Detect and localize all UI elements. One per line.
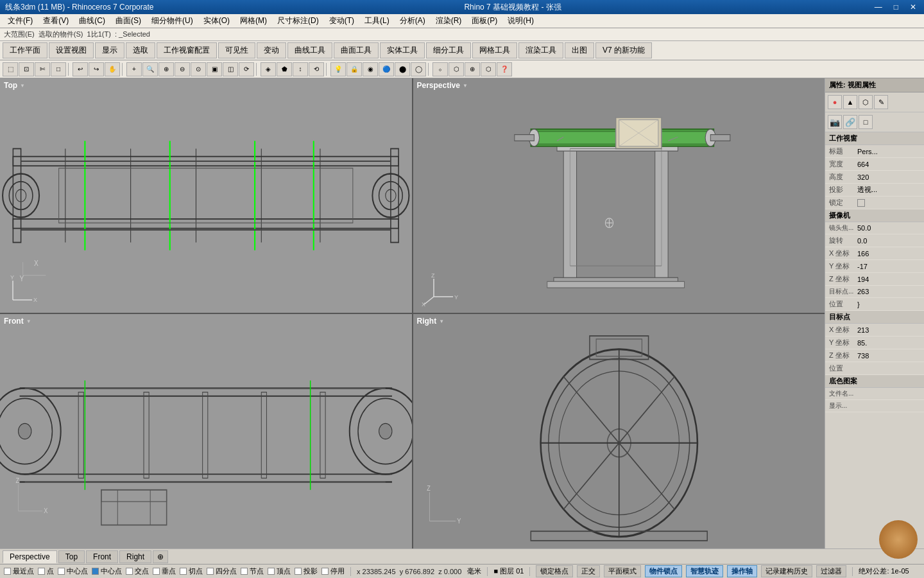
tab-workplane[interactable]: 工作平面	[3, 42, 47, 58]
menu-panel[interactable]: 面板(P)	[466, 14, 502, 28]
tab-curve-tools[interactable]: 曲线工具	[287, 42, 332, 58]
cb-point[interactable]	[38, 568, 45, 575]
cb-disable[interactable]	[321, 568, 329, 575]
tool-icon-1[interactable]: ⬚	[3, 62, 18, 76]
tool-icon-29[interactable]: ⬡	[481, 62, 496, 76]
tab-select[interactable]: 选取	[126, 42, 155, 58]
tab-transform[interactable]: 变动	[257, 42, 286, 58]
tab-top[interactable]: Top	[58, 550, 85, 563]
rp-icon-edit[interactable]: ✎	[874, 95, 888, 109]
menu-tools[interactable]: 工具(L)	[359, 14, 395, 28]
tab-perspective[interactable]: Perspective	[3, 550, 57, 563]
tab-display[interactable]: 显示	[95, 42, 124, 58]
menu-subd[interactable]: 细分物件(U)	[146, 14, 198, 28]
tab-solid-tools[interactable]: 实体工具	[380, 42, 425, 58]
cb-vertex[interactable]	[268, 568, 275, 575]
tool-icon-24[interactable]: ⬤	[395, 62, 410, 76]
tab-right[interactable]: Right	[119, 550, 151, 563]
tab-render-tools[interactable]: 渲染工具	[518, 42, 563, 58]
cb-nearest[interactable]	[4, 568, 11, 575]
tool-icon-20[interactable]: 💡	[330, 62, 346, 76]
menu-view[interactable]: 查看(V)	[38, 14, 74, 28]
viewport-perspective[interactable]: Perspective ▼	[413, 78, 825, 313]
rp-icon-square[interactable]: □	[859, 115, 873, 129]
tool-icon-11[interactable]: ⊖	[175, 62, 190, 76]
menu-transform[interactable]: 变动(T)	[324, 14, 359, 28]
tab-output[interactable]: 出图	[565, 42, 594, 58]
tool-icon-28[interactable]: ⊕	[465, 62, 480, 76]
tab-front[interactable]: Front	[86, 550, 118, 563]
cb-project[interactable]	[295, 568, 302, 575]
cb-midpoint[interactable]	[58, 568, 65, 575]
tab-mesh-tools[interactable]: 网格工具	[472, 42, 517, 58]
tab-setview[interactable]: 设置视图	[49, 42, 94, 58]
tool-icon-2[interactable]: ⊡	[19, 62, 34, 76]
svg-text:Z: Z	[427, 484, 431, 492]
tool-icon-4[interactable]: □	[51, 62, 66, 76]
btn-ortho[interactable]: 正交	[577, 565, 600, 577]
minimize-button[interactable]: —	[872, 3, 885, 12]
tool-icon-22[interactable]: ◉	[363, 62, 378, 76]
tab-subd-tools[interactable]: 细分工具	[426, 42, 471, 58]
viewport-top[interactable]: Top ▼	[0, 78, 412, 313]
tool-icon-26[interactable]: ⬦	[432, 62, 448, 76]
btn-planar[interactable]: 平面模式	[604, 565, 641, 577]
btn-smarttrack[interactable]: 智慧轨迹	[686, 565, 723, 577]
tool-icon-7[interactable]: ✋	[105, 62, 120, 76]
rp-checkbox-lock[interactable]	[857, 199, 865, 207]
rp-icon-camera[interactable]: 📷	[828, 115, 842, 129]
tool-icon-19[interactable]: ⟲	[309, 62, 324, 76]
rp-icon-hex[interactable]: ⬡	[859, 95, 873, 109]
tool-icon-3[interactable]: ✄	[35, 62, 50, 76]
tool-icon-21[interactable]: 🔒	[346, 62, 362, 76]
cb-perp[interactable]	[153, 568, 160, 575]
tool-icon-18[interactable]: ↕	[293, 62, 308, 76]
cb-intersect[interactable]	[126, 568, 133, 575]
tool-icon-8[interactable]: +	[126, 62, 142, 76]
menu-render[interactable]: 渲染(R)	[431, 14, 467, 28]
tool-icon-10[interactable]: ⊕	[158, 62, 174, 76]
cb-quad[interactable]	[207, 568, 214, 575]
btn-filter[interactable]: 过滤器	[816, 565, 846, 577]
viewport-right[interactable]: Right ▼	[413, 314, 825, 548]
tool-icon-9[interactable]: 🔍	[142, 62, 158, 76]
menu-solid[interactable]: 实体(O)	[198, 14, 235, 28]
tool-icon-15[interactable]: ⟳	[239, 62, 254, 76]
btn-gumball[interactable]: 操作轴	[727, 565, 757, 577]
tool-icon-25[interactable]: ◯	[411, 62, 426, 76]
menu-analysis[interactable]: 分析(A)	[395, 14, 431, 28]
btn-history[interactable]: 记录建构历史	[761, 565, 812, 577]
tab-viewport-config[interactable]: 工作视窗配置	[157, 42, 217, 58]
tool-icon-23[interactable]: 🔵	[379, 62, 394, 76]
maximize-button[interactable]: □	[891, 3, 901, 12]
menu-dim[interactable]: 尺寸标注(D)	[272, 14, 324, 28]
menu-file[interactable]: 文件(F)	[3, 14, 38, 28]
tool-icon-30[interactable]: ❓	[497, 62, 512, 76]
rp-icon-color[interactable]: ●	[828, 95, 842, 109]
tab-v7-new[interactable]: V7 的新功能	[595, 42, 652, 58]
rp-icon-link[interactable]: 🔗	[843, 115, 857, 129]
close-button[interactable]: ✕	[907, 3, 919, 12]
tool-icon-16[interactable]: ◈	[261, 62, 276, 76]
tool-icon-12[interactable]: ⊙	[191, 62, 206, 76]
btn-osnap[interactable]: 物件锁点	[645, 565, 682, 577]
tool-icon-14[interactable]: ◫	[223, 62, 238, 76]
rp-icon-object[interactable]: ▲	[843, 95, 857, 109]
btn-grid-lock[interactable]: 锁定格点	[536, 565, 573, 577]
tab-visibility[interactable]: 可见性	[218, 42, 255, 58]
menu-help[interactable]: 说明(H)	[502, 14, 539, 28]
tool-icon-27[interactable]: ⬡	[449, 62, 464, 76]
tool-icon-17[interactable]: ⬟	[277, 62, 292, 76]
viewport-front[interactable]: Front ▼	[0, 314, 412, 548]
cb-tan[interactable]	[180, 568, 187, 575]
tab-surface-tools[interactable]: 曲面工具	[334, 42, 379, 58]
menu-curve[interactable]: 曲线(C)	[74, 14, 110, 28]
cb-knot[interactable]	[241, 568, 248, 575]
menu-surface[interactable]: 曲面(S)	[110, 14, 146, 28]
tool-icon-5[interactable]: ↩	[73, 62, 88, 76]
cb-center[interactable]	[92, 568, 99, 575]
tab-add[interactable]: ⊕	[153, 550, 168, 563]
tool-icon-13[interactable]: ▣	[207, 62, 222, 76]
tool-icon-6[interactable]: ↪	[89, 62, 104, 76]
menu-mesh[interactable]: 网格(M)	[235, 14, 272, 28]
